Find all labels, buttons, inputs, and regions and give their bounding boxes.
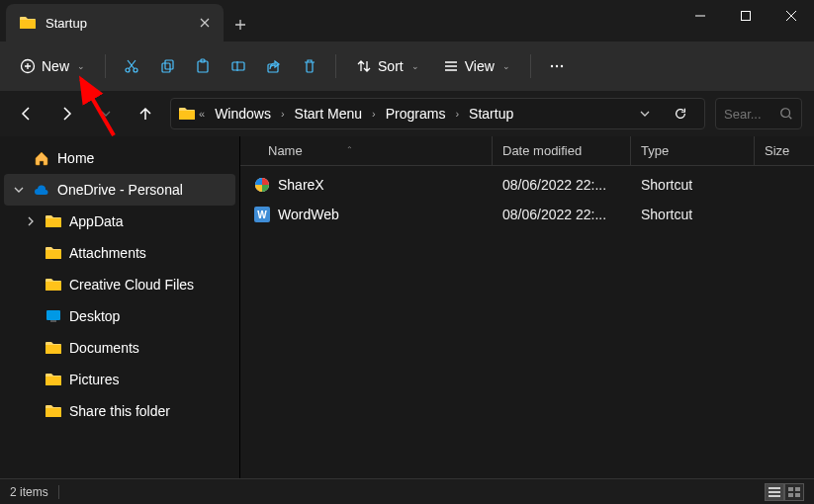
address-bar-row: « Windows › Start Menu › Programs › Star…	[0, 91, 814, 136]
window-tab[interactable]: Startup	[6, 4, 224, 42]
sidebar-label: Share this folder	[69, 403, 170, 419]
sidebar-label: Pictures	[69, 372, 120, 387]
paste-button[interactable]	[187, 48, 219, 84]
svg-point-13	[781, 109, 790, 118]
new-button[interactable]: New ⌄	[10, 48, 95, 84]
share-button[interactable]	[258, 48, 290, 84]
sidebar-item-onedrive[interactable]: OneDrive - Personal	[4, 174, 235, 206]
navigation-pane: Home OneDrive - Personal AppData Attachm…	[0, 136, 240, 478]
file-explorer-window: Startup New ⌄ Sort ⌄	[0, 0, 814, 504]
forward-button[interactable]	[51, 99, 81, 128]
svg-rect-14	[46, 310, 60, 320]
sidebar-item-desktop[interactable]: Desktop	[0, 300, 239, 332]
search-input[interactable]	[724, 107, 773, 122]
breadcrumb-item[interactable]: Windows	[209, 104, 277, 124]
sidebar-item-home[interactable]: Home	[0, 142, 239, 174]
up-button[interactable]	[131, 99, 160, 128]
cloud-icon	[34, 182, 49, 198]
thumbnails-view-button[interactable]	[784, 483, 804, 501]
refresh-button[interactable]	[665, 98, 696, 129]
view-button[interactable]: View ⌄	[433, 48, 520, 84]
sidebar-label: OneDrive - Personal	[57, 182, 183, 198]
folder-icon	[45, 373, 61, 386]
file-date: 08/06/2022 22:...	[493, 177, 631, 193]
window-controls	[678, 0, 814, 32]
sort-button[interactable]: Sort ⌄	[346, 48, 429, 84]
sidebar-item-share-folder[interactable]: Share this folder	[0, 395, 239, 427]
file-type: Shortcut	[631, 177, 755, 193]
copy-button[interactable]	[151, 48, 183, 84]
svg-rect-6	[198, 61, 208, 72]
sidebar-item-appdata[interactable]: AppData	[0, 206, 239, 237]
chevron-right-icon: ›	[281, 108, 285, 120]
desktop-icon	[45, 309, 61, 323]
item-count: 2 items	[10, 485, 48, 499]
svg-rect-19	[788, 487, 793, 491]
sidebar-label: Documents	[69, 340, 139, 356]
svg-point-10	[551, 65, 553, 67]
sidebar-item-pictures[interactable]: Pictures	[0, 364, 239, 395]
column-headers: Name⌃ Date modified Type Size	[240, 136, 814, 166]
sidebar-label: Desktop	[69, 308, 120, 324]
rename-button[interactable]	[223, 48, 254, 84]
chevron-right-icon: ›	[372, 108, 376, 120]
search-icon	[779, 107, 793, 121]
sort-icon	[356, 58, 372, 74]
column-type[interactable]: Type	[631, 136, 755, 165]
file-name: ShareX	[278, 177, 324, 193]
plus-circle-icon	[20, 58, 36, 74]
app-icon	[254, 177, 270, 193]
svg-rect-21	[788, 493, 793, 497]
breadcrumb-item[interactable]: Start Menu	[289, 104, 368, 124]
search-box[interactable]	[715, 98, 802, 129]
chevron-down-icon: ⌄	[411, 61, 419, 71]
file-list-pane: Name⌃ Date modified Type Size ShareX 08/…	[240, 136, 814, 478]
sidebar-item-attachments[interactable]: Attachments	[0, 237, 239, 269]
sidebar-label: AppData	[69, 213, 123, 229]
body: Home OneDrive - Personal AppData Attachm…	[0, 136, 814, 478]
column-date[interactable]: Date modified	[493, 136, 631, 165]
minimize-button[interactable]	[678, 0, 723, 32]
tab-title: Startup	[45, 16, 188, 31]
file-name: WordWeb	[278, 207, 339, 222]
sidebar-item-creative-cloud[interactable]: Creative Cloud Files	[0, 269, 239, 300]
svg-text:W: W	[257, 210, 267, 220]
file-row[interactable]: W WordWeb 08/06/2022 22:... Shortcut	[240, 200, 814, 229]
new-label: New	[42, 58, 69, 74]
close-tab-button[interactable]	[198, 16, 212, 30]
add-tab-button[interactable]	[224, 8, 257, 42]
delete-button[interactable]	[294, 48, 325, 84]
breadcrumb[interactable]: « Windows › Start Menu › Programs › Star…	[170, 98, 705, 129]
sidebar-label: Home	[57, 150, 94, 166]
app-icon: W	[254, 207, 270, 222]
svg-rect-15	[50, 320, 56, 322]
more-button[interactable]	[541, 48, 573, 84]
back-button[interactable]	[12, 99, 42, 128]
folder-icon	[45, 278, 61, 292]
recent-locations-button[interactable]	[91, 99, 121, 128]
status-bar: 2 items	[0, 478, 814, 504]
close-window-button[interactable]	[769, 0, 814, 32]
cut-button[interactable]	[116, 48, 147, 84]
sidebar-item-documents[interactable]: Documents	[0, 332, 239, 364]
home-icon	[34, 150, 49, 166]
column-name[interactable]: Name⌃	[240, 136, 493, 165]
svg-point-12	[561, 65, 563, 67]
maximize-button[interactable]	[723, 0, 769, 32]
breadcrumb-dropdown[interactable]	[629, 98, 661, 129]
breadcrumb-item[interactable]: Startup	[463, 104, 519, 124]
breadcrumb-overflow[interactable]: «	[199, 108, 205, 120]
titlebar: Startup	[0, 0, 814, 42]
chevron-down-icon[interactable]	[12, 185, 26, 195]
folder-icon	[20, 16, 36, 30]
chevron-right-icon[interactable]	[24, 216, 38, 226]
breadcrumb-item[interactable]: Programs	[380, 104, 452, 124]
sidebar-label: Attachments	[69, 245, 146, 261]
file-row[interactable]: ShareX 08/06/2022 22:... Shortcut	[240, 170, 814, 200]
column-size[interactable]: Size	[755, 136, 814, 165]
svg-rect-22	[795, 493, 800, 497]
details-view-button[interactable]	[765, 483, 784, 501]
file-rows: ShareX 08/06/2022 22:... Shortcut W Word…	[240, 166, 814, 478]
folder-icon	[45, 214, 61, 228]
view-icon	[443, 58, 459, 74]
